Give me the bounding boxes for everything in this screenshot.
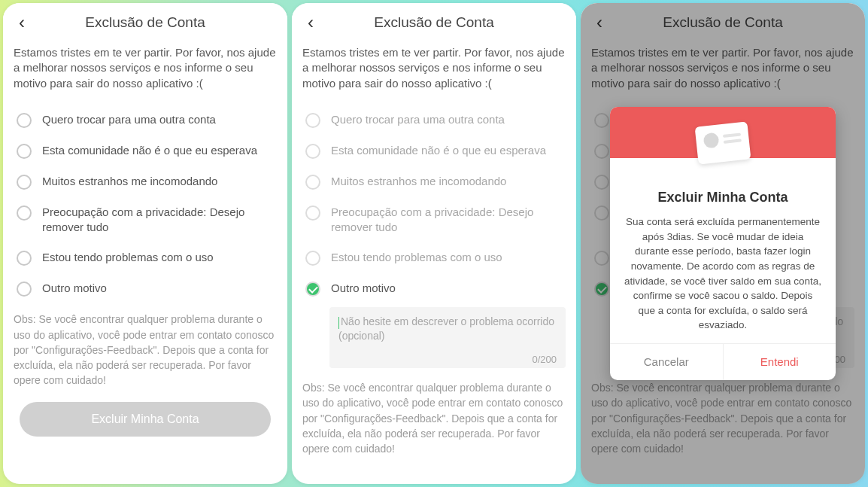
radio-icon bbox=[305, 251, 320, 266]
note-text: Obs: Se você encontrar qualquer problema… bbox=[14, 312, 277, 388]
radio-icon bbox=[305, 175, 320, 190]
screen-1: ‹ Exclusão de Conta Estamos tristes em t… bbox=[3, 3, 287, 484]
option-privacy[interactable]: Preocupação com a privacidade: Desejo re… bbox=[302, 197, 566, 243]
radio-icon bbox=[17, 113, 32, 128]
option-switch-account[interactable]: Quero trocar para uma outra conta bbox=[302, 105, 566, 135]
confirm-dialog: Excluir Minha Conta Sua conta será exclu… bbox=[610, 107, 836, 380]
radio-icon bbox=[17, 251, 32, 266]
id-card-icon bbox=[695, 122, 751, 165]
textarea-placeholder: Não hesite em descrever o problema ocorr… bbox=[338, 315, 557, 343]
back-button[interactable]: ‹ bbox=[299, 14, 322, 32]
option-community[interactable]: Esta comunidade não é o que eu esperava bbox=[302, 135, 566, 166]
radio-icon bbox=[305, 113, 320, 128]
content: Estamos tristes em te ver partir. Por fa… bbox=[3, 42, 287, 484]
option-label: Preocupação com a privacidade: Desejo re… bbox=[42, 205, 274, 236]
delete-account-button[interactable]: Excluir Minha Conta bbox=[20, 402, 271, 437]
content: Estamos tristes em te ver partir. Por fa… bbox=[292, 42, 576, 484]
option-label: Preocupação com a privacidade: Desejo re… bbox=[331, 205, 563, 236]
header: ‹ Exclusão de Conta bbox=[292, 3, 576, 42]
dialog-title: Excluir Minha Conta bbox=[624, 190, 822, 205]
dialog-header bbox=[610, 107, 836, 158]
option-privacy[interactable]: Preocupação com a privacidade: Desejo re… bbox=[14, 197, 277, 243]
option-strangers[interactable]: Muitos estranhos me incomodando bbox=[302, 166, 566, 197]
reason-textarea[interactable]: Não hesite em descrever o problema ocorr… bbox=[329, 307, 566, 368]
option-label: Quero trocar para uma outra conta bbox=[42, 112, 216, 127]
option-label: Muitos estranhos me incomodando bbox=[331, 174, 506, 189]
page-title: Exclusão de Conta bbox=[33, 14, 257, 31]
option-label: Estou tendo problemas com o uso bbox=[42, 250, 214, 265]
radio-icon bbox=[305, 144, 320, 159]
page-title: Exclusão de Conta bbox=[322, 14, 546, 31]
intro-text: Estamos tristes em te ver partir. Por fa… bbox=[14, 45, 277, 91]
dialog-ok-button[interactable]: Entendi bbox=[724, 344, 836, 380]
option-label: Outro motivo bbox=[331, 281, 396, 296]
option-other[interactable]: Outro motivo bbox=[14, 273, 277, 304]
back-button[interactable]: ‹ bbox=[11, 14, 33, 32]
modal-overlay[interactable]: Excluir Minha Conta Sua conta será exclu… bbox=[581, 3, 865, 484]
option-usage-problems[interactable]: Estou tendo problemas com o uso bbox=[302, 242, 566, 273]
note-text: Obs: Se você encontrar qualquer problema… bbox=[302, 380, 566, 456]
radio-checked-icon bbox=[305, 282, 320, 297]
option-community[interactable]: Esta comunidade não é o que eu esperava bbox=[14, 135, 277, 166]
intro-text: Estamos tristes em te ver partir. Por fa… bbox=[302, 45, 566, 91]
screen-2: ‹ Exclusão de Conta Estamos tristes em t… bbox=[292, 3, 576, 484]
option-label: Muitos estranhos me incomodando bbox=[42, 174, 217, 189]
dialog-actions: Cancelar Entendi bbox=[610, 343, 836, 380]
option-usage-problems[interactable]: Estou tendo problemas com o uso bbox=[14, 242, 277, 273]
option-switch-account[interactable]: Quero trocar para uma outra conta bbox=[14, 105, 277, 135]
dialog-text: Sua conta será excluída permanentemente … bbox=[624, 215, 822, 333]
screen-3: ‹ Exclusão de Conta Estamos tristes em t… bbox=[581, 3, 865, 484]
header: ‹ Exclusão de Conta bbox=[3, 3, 287, 42]
radio-icon bbox=[17, 282, 32, 297]
radio-icon bbox=[17, 175, 32, 190]
option-other[interactable]: Outro motivo bbox=[302, 273, 566, 304]
char-counter: 0/200 bbox=[338, 354, 557, 365]
option-label: Quero trocar para uma outra conta bbox=[331, 112, 505, 127]
option-label: Esta comunidade não é o que eu esperava bbox=[42, 143, 257, 158]
dialog-body: Excluir Minha Conta Sua conta será exclu… bbox=[610, 158, 836, 343]
dialog-cancel-button[interactable]: Cancelar bbox=[610, 344, 724, 380]
radio-icon bbox=[305, 205, 320, 221]
option-label: Esta comunidade não é o que eu esperava bbox=[331, 143, 546, 158]
option-strangers[interactable]: Muitos estranhos me incomodando bbox=[14, 166, 277, 197]
option-label: Estou tendo problemas com o uso bbox=[331, 250, 502, 265]
radio-icon bbox=[17, 205, 32, 221]
radio-icon bbox=[17, 144, 32, 159]
option-label: Outro motivo bbox=[42, 281, 107, 296]
